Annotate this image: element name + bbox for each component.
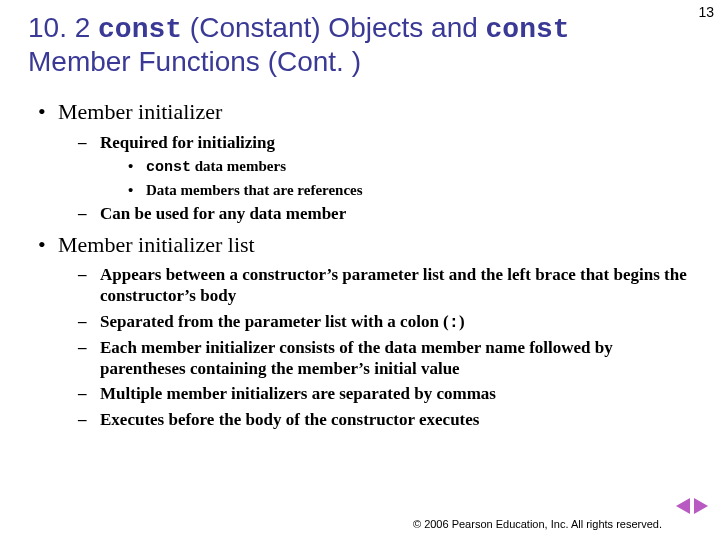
slide-body: Member initializer Required for initiali… [38,98,690,436]
subbullet-text-post: ) [459,312,465,331]
subbullet-text: Can be used for any data member [100,204,346,223]
subbullet-text: Each member initializer consists of the … [100,338,613,378]
subbullet-text: Multiple member initializers are separat… [100,384,496,403]
next-slide-button[interactable] [694,498,708,514]
title-keyword-const-1: const [98,14,182,45]
subbullet-text: Required for initializing [100,133,275,152]
keyword-const: const [146,159,191,176]
subbullet-text-pre: Separated from the parameter list with a… [100,312,449,331]
subsubbullet-const-data-members: const data members [128,157,690,178]
keyword-colon: : [449,313,459,332]
subbullet-any-data-member: Can be used for any data member [78,203,690,224]
subsubbullet-reference-data-members: Data members that are references [128,181,690,200]
bullet-member-initializer: Member initializer Required for initiali… [38,98,690,225]
title-prefix: 10. 2 [28,12,98,43]
subbullet-text: Appears between a constructor’s paramete… [100,265,687,305]
slide: 13 10. 2 const (Constant) Objects and co… [0,0,720,540]
title-keyword-const-2: const [486,14,570,45]
subbullet-each-member-initializer: Each member initializer consists of the … [78,337,690,380]
copyright-footer: © 2006 Pearson Education, Inc. All right… [413,518,662,530]
page-number: 13 [698,4,714,20]
subbullet-separated-colon: Separated from the parameter list with a… [78,311,690,333]
bullet-text: Member initializer [58,99,222,124]
slide-title: 10. 2 const (Constant) Objects and const… [28,12,660,78]
nav-arrows [676,498,708,514]
bullet-member-initializer-list: Member initializer list Appears between … [38,231,690,430]
subbullet-executes-before-body: Executes before the body of the construc… [78,409,690,430]
prev-slide-button[interactable] [676,498,690,514]
bullet-text: Member initializer list [58,232,255,257]
subbullet-multiple-separated-commas: Multiple member initializers are separat… [78,383,690,404]
subbullet-required-for-initializing: Required for initializing const data mem… [78,132,690,200]
title-rest: Member Functions (Cont. ) [28,46,361,77]
subbullet-text: Executes before the body of the construc… [100,410,479,429]
subbullet-appears-between: Appears between a constructor’s paramete… [78,264,690,307]
subsubbullet-text: data members [191,158,286,174]
subsubbullet-text: Data members that are references [146,182,363,198]
title-mid: (Constant) Objects and [182,12,485,43]
